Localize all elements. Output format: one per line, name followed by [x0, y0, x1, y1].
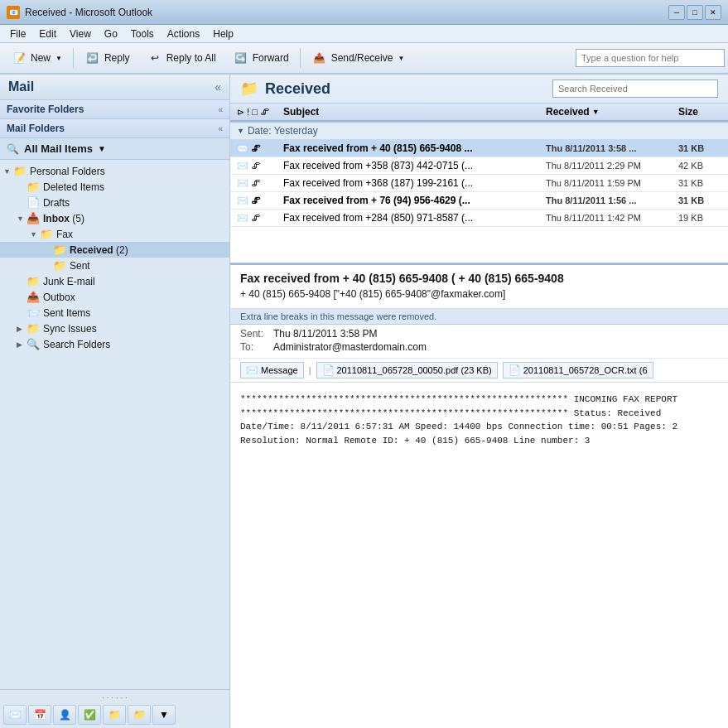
- email-row-1-icons: ✉️ 🖇: [230, 143, 280, 154]
- sent-label: Sent:: [240, 328, 273, 340]
- to-label: To:: [240, 341, 273, 353]
- attachment-separator-1: |: [309, 365, 311, 375]
- attachment-message[interactable]: ✉️ Message: [240, 362, 304, 378]
- app-icon: 📧: [7, 6, 20, 19]
- forward-icon: ↪️: [233, 50, 249, 66]
- menu-go[interactable]: Go: [98, 27, 124, 41]
- nav-tasks-icon[interactable]: ✅: [78, 705, 101, 725]
- column-headers: ⊳ ! □ 🖇 Subject Received ▼ Size: [230, 104, 728, 122]
- personal-folders-label: Personal Folders: [30, 166, 105, 177]
- sent-row: Sent: Thu 8/11/2011 3:58 PM: [240, 328, 718, 340]
- send-receive-button[interactable]: 📤 Send/Receive ▼: [304, 46, 412, 70]
- email-panel: 📁 Received ⊳ ! □ 🖇 Subject Received ▼ Si…: [230, 75, 728, 728]
- nav-contacts-icon[interactable]: 👤: [53, 705, 76, 725]
- email-row-5[interactable]: ✉️ 🖇 Fax received from +284 (850) 971-85…: [230, 210, 728, 227]
- all-mail-icon: 🔍: [7, 143, 19, 155]
- sidebar-item-personal-folders[interactable]: ▼ 📁 Personal Folders: [0, 163, 229, 179]
- col-subject-header[interactable]: Subject: [280, 106, 546, 118]
- nav-icon-row: ✉️ 📅 👤 ✅ 📁 📁 ▼: [3, 705, 226, 725]
- sidebar-bottom-nav: · · · · · · ✉️ 📅 👤 ✅ 📁 📁 ▼: [0, 689, 229, 728]
- email-row-5-icons: ✉️ 🖇: [230, 213, 280, 224]
- reply-all-button[interactable]: ↩ Reply to All: [139, 46, 224, 70]
- menu-tools[interactable]: Tools: [124, 27, 161, 41]
- mail-folders-section: Mail Folders «: [0, 119, 229, 138]
- help-search-input[interactable]: [576, 49, 725, 67]
- sidebar-item-outbox[interactable]: 📤 Outbox: [0, 289, 229, 305]
- expand-icon: ▶: [17, 340, 27, 349]
- menu-edit[interactable]: Edit: [32, 27, 63, 41]
- message-subject: Fax received from + 40 (815) 665-9408 ( …: [240, 272, 718, 285]
- all-mail-dropdown-arrow: ▼: [98, 144, 106, 153]
- deleted-items-icon: 📁: [27, 181, 40, 193]
- nav-folder2-icon[interactable]: 📁: [128, 705, 151, 725]
- window-controls: ─ □ ✕: [668, 5, 721, 20]
- email-row-4-subject: Fax received from + 76 (94) 956-4629 (..…: [280, 195, 546, 206]
- received-icon: 📁: [53, 243, 66, 256]
- send-receive-arrow: ▼: [398, 55, 404, 62]
- email-row-3-received: Thu 8/11/2011 1:59 PM: [546, 178, 678, 188]
- sidebar-item-sent-items[interactable]: 📨 Sent Items: [0, 305, 229, 321]
- email-row-1-received: Thu 8/11/2011 3:58 ...: [546, 143, 678, 153]
- attachment-txt-icon: 📄: [509, 364, 521, 376]
- sidebar-item-inbox[interactable]: ▼ 📥 Inbox (5): [0, 210, 229, 226]
- favorite-folders-arrow: «: [218, 105, 223, 114]
- sidebar-item-junk-email[interactable]: 📁 Junk E-mail: [0, 273, 229, 289]
- expand-icon: ▼: [30, 230, 40, 239]
- attachments-bar: ✉️ Message | 📄 20110811_065728_00050.pdf…: [230, 359, 728, 383]
- all-mail-items-row[interactable]: 🔍 All Mail Items ▼: [0, 138, 229, 160]
- sidebar-item-fax[interactable]: ▼ 📁 Fax: [0, 226, 229, 242]
- minimize-button[interactable]: ─: [668, 5, 685, 20]
- attachment-txt-label: 20110811_065728_OCR.txt (6: [523, 365, 648, 375]
- search-input[interactable]: [552, 80, 718, 98]
- mail-folders-header[interactable]: Mail Folders «: [0, 119, 229, 137]
- sidebar-item-deleted-items[interactable]: 📁 Deleted Items: [0, 179, 229, 195]
- new-button[interactable]: 📝 New ▼: [3, 46, 70, 70]
- attachment-pdf-icon: 📄: [322, 364, 335, 376]
- sidebar-collapse-button[interactable]: «: [215, 80, 221, 94]
- email-row-3[interactable]: ✉️ 🖇 Fax received from +368 (187) 199-21…: [230, 175, 728, 192]
- email-row-1-size: 31 KB: [678, 143, 728, 153]
- nav-mail-icon[interactable]: ✉️: [3, 705, 27, 725]
- menu-help[interactable]: Help: [206, 27, 240, 41]
- message-info-bar: Extra line breaks in this message were r…: [230, 309, 728, 325]
- sidebar: Mail « Favorite Folders « Mail Folders «…: [0, 75, 230, 728]
- sent-sub-icon: 📁: [53, 259, 66, 272]
- forward-button[interactable]: ↪️ Forward: [225, 46, 297, 70]
- new-dropdown-arrow: ▼: [55, 55, 62, 62]
- sidebar-title: Mail: [8, 80, 34, 94]
- email-row-1[interactable]: ✉️ 🖇 Fax received from + 40 (815) 665-94…: [230, 140, 728, 157]
- sidebar-item-sync-issues[interactable]: ▶ 📁 Sync Issues: [0, 321, 229, 336]
- sidebar-item-sent-sub[interactable]: 📁 Sent: [0, 258, 229, 273]
- to-value: Administrator@masterdomain.com: [273, 341, 427, 353]
- col-received-header[interactable]: Received ▼: [546, 106, 678, 118]
- message-body: ****************************************…: [230, 383, 728, 728]
- sidebar-item-received[interactable]: 📁 Received (2): [0, 242, 229, 258]
- menu-file[interactable]: File: [3, 27, 32, 41]
- sidebar-item-drafts[interactable]: 📄 Drafts: [0, 195, 229, 210]
- email-row-4-icons: ✉️ 🖇: [230, 195, 280, 206]
- menu-view[interactable]: View: [63, 27, 98, 41]
- reply-button[interactable]: ↩️ Reply: [77, 46, 137, 70]
- favorite-folders-label: Favorite Folders: [7, 104, 84, 115]
- col-size-header[interactable]: Size: [678, 106, 728, 118]
- email-row-4[interactable]: ✉️ 🖇 Fax received from + 76 (94) 956-462…: [230, 192, 728, 210]
- nav-folder1-icon[interactable]: 📁: [103, 705, 126, 725]
- email-row-5-size: 19 KB: [678, 213, 728, 223]
- sent-value: Thu 8/11/2011 3:58 PM: [273, 328, 377, 340]
- attachment-message-icon: ✉️: [246, 364, 258, 376]
- attachment-txt[interactable]: 📄 20110811_065728_OCR.txt (6: [503, 362, 653, 378]
- maximize-button[interactable]: □: [687, 5, 703, 20]
- nav-calendar-icon[interactable]: 📅: [28, 705, 51, 725]
- nav-more-icon[interactable]: ▼: [152, 705, 176, 725]
- attachment-pdf[interactable]: 📄 20110811_065728_00050.pdf (23 KB): [316, 362, 498, 378]
- menu-actions[interactable]: Actions: [161, 27, 206, 41]
- search-folders-icon: 🔍: [27, 338, 40, 350]
- junk-email-icon: 📁: [27, 275, 40, 287]
- sidebar-item-search-folders[interactable]: ▶ 🔍 Search Folders: [0, 336, 229, 352]
- email-list: ▼ Date: Yesterday ✉️ 🖇 Fax received from…: [230, 123, 728, 263]
- sent-items-icon: 📨: [27, 306, 40, 319]
- favorite-folders-header[interactable]: Favorite Folders «: [0, 100, 229, 118]
- attachment-pdf-label: 20110811_065728_00050.pdf (23 KB): [337, 365, 492, 375]
- email-row-2[interactable]: ✉️ 🖇 Fax received from +358 (873) 442-07…: [230, 157, 728, 175]
- close-button[interactable]: ✕: [705, 5, 721, 20]
